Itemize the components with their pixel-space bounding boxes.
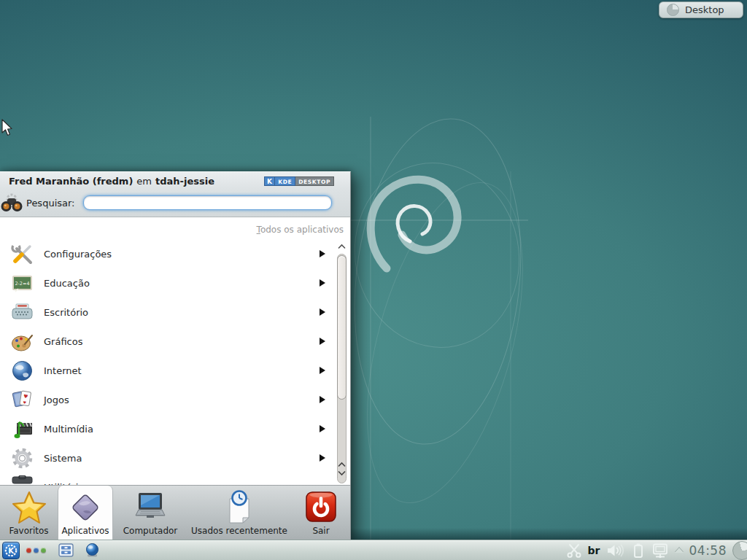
kickoff-menu: Fred Maranhão (fredm) em tdah-jessie K K…	[0, 171, 351, 540]
power-leave-icon	[303, 489, 338, 524]
submenu-arrow-icon	[320, 454, 325, 462]
menu-item-educacao[interactable]: 2-2=4 Educação	[0, 268, 334, 298]
svg-text:2-2=4: 2-2=4	[15, 280, 29, 286]
submenu-arrow-icon	[320, 425, 325, 432]
badge-kde-label: KDE	[275, 176, 295, 186]
svg-text:K: K	[8, 546, 15, 554]
menu-item-label: Gráficos	[44, 336, 82, 347]
multimedia-clapper-icon	[10, 417, 34, 441]
badge-desktop-label: DESKTOP	[295, 176, 334, 186]
computer-laptop-icon	[132, 491, 169, 524]
kde-kickoff-launcher-icon[interactable]: K	[2, 542, 20, 559]
kickoff-application-view: Todos os aplicativos Configurações 2-2=4	[0, 217, 350, 485]
recent-documents-clock-icon	[222, 490, 256, 524]
menu-item-label: Internet	[44, 365, 82, 376]
kickoff-search-row: Pesquisar:	[0, 190, 350, 217]
applications-diamond-icon	[69, 491, 102, 524]
category-list: Configurações 2-2=4 Educação	[0, 239, 334, 485]
menu-item-multimidia[interactable]: Multimídia	[0, 414, 334, 443]
mouse-cursor	[1, 119, 14, 136]
menu-item-configuracoes[interactable]: Configurações	[0, 239, 334, 268]
tab-aplicativos[interactable]: Aplicativos	[58, 486, 113, 540]
tab-computador[interactable]: Computador	[113, 486, 187, 540]
system-gear-icon	[10, 446, 34, 470]
menu-item-escritorio[interactable]: Escritório	[0, 298, 334, 327]
binoculars-search-icon	[0, 192, 23, 214]
search-input[interactable]	[83, 195, 332, 210]
digital-clock[interactable]: 04:58	[689, 543, 727, 558]
scroll-down-icon[interactable]	[337, 470, 347, 476]
hostname: tdah-jessie	[155, 176, 214, 187]
scroll-up-icon[interactable]	[337, 244, 347, 249]
file-drawer-icon[interactable]	[58, 543, 74, 557]
submenu-arrow-icon	[320, 279, 325, 287]
menu-item-label: Escritório	[44, 307, 88, 318]
kickoff-tab-bar: Favoritos Aplicativos Computador	[0, 485, 350, 540]
tab-favoritos[interactable]: Favoritos	[0, 486, 58, 540]
games-cards-icon: ♥ ♥	[10, 388, 34, 412]
search-label: Pesquisar:	[26, 198, 75, 209]
list-scrollbar[interactable]	[336, 244, 347, 483]
internet-globe-icon	[10, 359, 34, 383]
user-name: Fred Maranhão (fredm)	[9, 176, 133, 187]
svg-text:♥: ♥	[23, 393, 28, 400]
scroll-up-icon[interactable]	[337, 462, 347, 467]
activity-dots-icon[interactable]	[26, 548, 46, 553]
kde-gear-icon: K	[264, 176, 275, 186]
submenu-arrow-icon	[320, 308, 325, 316]
panel-launchers: K	[2, 542, 100, 559]
menu-item-jogos[interactable]: ♥ ♥ Jogos	[0, 385, 334, 414]
blue-ball-icon[interactable]	[85, 542, 100, 558]
settings-tools-icon	[10, 242, 34, 266]
battery-icon[interactable]	[631, 542, 646, 559]
office-typewriter-icon	[10, 300, 34, 324]
klipper-scissors-icon[interactable]	[566, 542, 582, 559]
menu-item-utilitarios[interactable]: Utilitários	[0, 472, 334, 485]
kickoff-header: Fred Maranhão (fredm) em tdah-jessie K K…	[0, 172, 350, 190]
toolbox-label: Desktop	[685, 4, 724, 15]
utilities-toolbox-icon	[10, 475, 34, 486]
expand-tray-arrow-icon[interactable]	[675, 548, 684, 553]
system-tray: br 04:58	[566, 541, 746, 560]
tab-sair[interactable]: Sair	[291, 486, 351, 540]
speaker-volume-icon[interactable]	[606, 542, 625, 559]
desktop-toolbox[interactable]: Desktop	[659, 1, 743, 18]
education-chalkboard-icon: 2-2=4	[10, 271, 34, 295]
submenu-arrow-icon	[320, 396, 325, 403]
keyboard-layout-indicator[interactable]: br	[588, 545, 600, 556]
menu-item-sistema[interactable]: Sistema	[0, 443, 334, 472]
scrollbar-thumb[interactable]	[337, 255, 347, 400]
tab-usados-recentemente[interactable]: Usados recentemente	[187, 486, 291, 540]
menu-item-internet[interactable]: Internet	[0, 356, 334, 385]
menu-item-label: Multimídia	[44, 424, 93, 435]
submenu-arrow-icon	[320, 338, 325, 345]
menu-item-label: Educação	[44, 278, 90, 289]
graphics-palette-icon	[10, 330, 34, 354]
submenu-arrow-icon	[320, 367, 325, 374]
bottom-panel: K br	[0, 540, 747, 560]
menu-item-label: Sistema	[44, 453, 82, 464]
menu-item-label: Jogos	[44, 394, 69, 405]
star-icon	[12, 491, 47, 524]
menu-item-graficos[interactable]: Gráficos	[0, 327, 334, 356]
panel-cashew-icon[interactable]	[732, 541, 747, 560]
all-applications-link[interactable]: Todos os aplicativos	[257, 225, 344, 235]
kde-desktop-badge: K KDE DESKTOP	[264, 176, 334, 186]
network-monitor-icon[interactable]	[651, 542, 669, 559]
submenu-arrow-icon	[320, 250, 325, 257]
header-conjunction: em	[136, 176, 152, 187]
plasma-cashew-icon	[667, 4, 679, 16]
menu-item-label: Configurações	[44, 249, 112, 260]
